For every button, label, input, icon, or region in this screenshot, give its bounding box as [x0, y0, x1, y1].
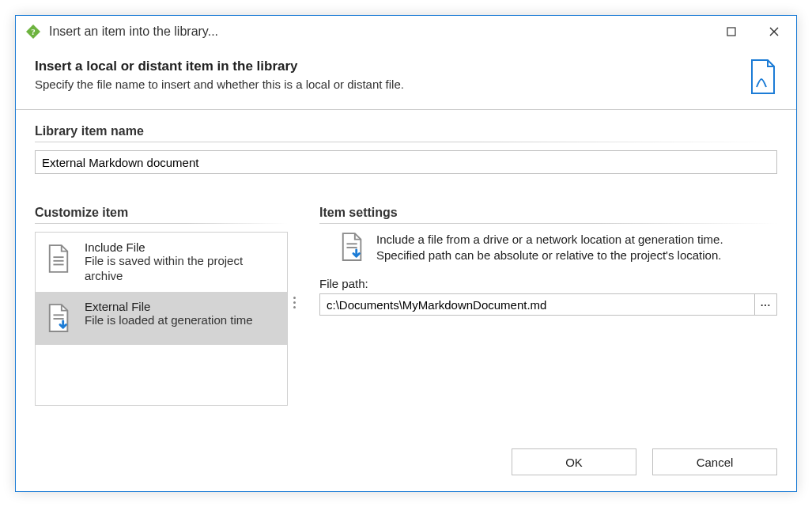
settings-info-line2: Specified path can be absolute or relati… [376, 248, 777, 263]
customize-column: Customize item [35, 206, 288, 406]
item-settings-label: Item settings [319, 206, 777, 220]
titlebar: ? Insert an item into the library... [16, 16, 796, 47]
include-file-icon [47, 240, 72, 276]
library-item-name-input[interactable] [35, 150, 777, 174]
content-area: Library item name Customize item [16, 110, 796, 448]
list-item-title: External File [85, 300, 278, 313]
instruction-title: Insert a local or distant item in the li… [35, 59, 739, 74]
ok-button[interactable]: OK [512, 448, 636, 475]
settings-info-line1: Include a file from a drive or a network… [376, 232, 777, 248]
file-path-label: File path: [319, 277, 777, 290]
item-type-list: Include File File is saved within the pr… [35, 232, 288, 406]
dialog-buttons: OK Cancel [16, 448, 796, 491]
external-file-icon [340, 232, 365, 266]
library-item-name-label: Library item name [35, 124, 777, 138]
divider [35, 223, 288, 224]
settings-column: Item settings Include a file from a [319, 206, 777, 316]
list-item-include-file[interactable]: Include File File is saved within the pr… [36, 233, 287, 292]
list-item-external-file[interactable]: External File File is loaded at generati… [36, 292, 287, 345]
customize-item-label: Customize item [35, 206, 288, 220]
window-title: Insert an item into the library... [49, 25, 706, 39]
list-item-desc: File is loaded at generation time [85, 313, 278, 328]
file-path-input[interactable] [319, 293, 755, 316]
help-icon: ? [25, 24, 41, 40]
close-button[interactable] [757, 19, 791, 44]
instruction-subtitle: Specify the file name to insert and whet… [35, 78, 739, 91]
column-resize-handle[interactable] [289, 294, 300, 310]
divider [319, 223, 777, 224]
svg-text:?: ? [31, 27, 36, 36]
divider [35, 142, 777, 142]
settings-info: Include a file from a drive or a network… [319, 232, 777, 266]
browse-button[interactable]: ... [755, 293, 777, 316]
svg-rect-2 [727, 28, 735, 36]
document-icon [749, 59, 777, 95]
dialog-window: ? Insert an item into the library... Ins… [15, 15, 797, 492]
list-item-title: Include File [85, 240, 278, 254]
maximize-button[interactable] [714, 19, 749, 44]
list-item-desc: File is saved within the project archive [85, 254, 278, 284]
cancel-button[interactable]: Cancel [652, 448, 777, 475]
external-file-icon [47, 300, 72, 337]
instruction-header: Insert a local or distant item in the li… [16, 47, 796, 110]
